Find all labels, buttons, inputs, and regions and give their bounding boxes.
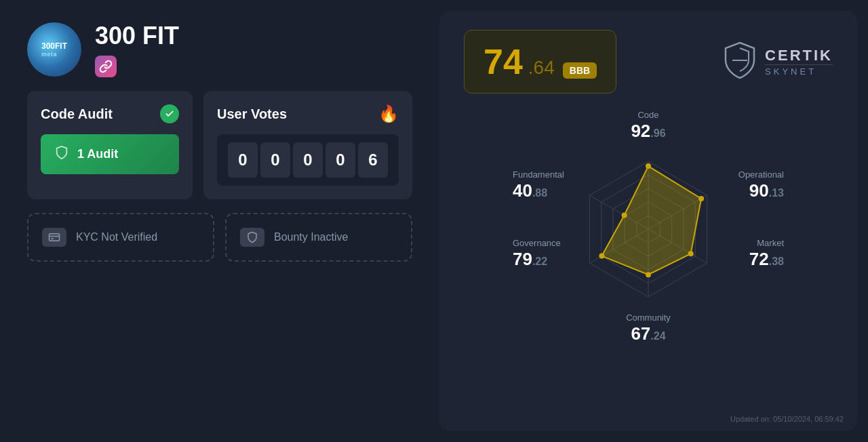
kyc-icon bbox=[42, 228, 66, 247]
certik-logo: CERTIK SKYNET bbox=[723, 41, 833, 82]
vote-digit-3: 0 bbox=[293, 142, 323, 178]
kyc-label: KYC Not Verified bbox=[76, 231, 157, 243]
updated-text: Updated on: 05/10/2024, 06:59:42 bbox=[730, 415, 844, 423]
verified-check-icon bbox=[160, 104, 179, 123]
chain-icon[interactable] bbox=[95, 56, 117, 77]
vote-digit-1: 0 bbox=[228, 142, 258, 178]
bounty-card[interactable]: Bounty Inactive bbox=[225, 213, 412, 262]
kyc-card[interactable]: KYC Not Verified bbox=[27, 213, 214, 262]
logo-text-bot: meta bbox=[41, 51, 67, 58]
score-header: 74 .64 BBB CERTIK SKYNET bbox=[464, 30, 833, 94]
cards-row: Code Audit 1 Audit User Votes 🔥 0 0 bbox=[27, 91, 412, 199]
score-decimal: .64 bbox=[528, 57, 555, 79]
svg-point-18 bbox=[688, 251, 694, 256]
svg-point-16 bbox=[646, 163, 651, 169]
radar-label-community: Community 67.24 bbox=[626, 311, 671, 344]
project-header: 300FIT meta 300 FIT bbox=[27, 22, 412, 77]
score-box: 74 .64 BBB bbox=[464, 30, 616, 94]
logo-text-top: 300FIT bbox=[41, 41, 67, 51]
radar-label-market: Market 72.38 bbox=[749, 237, 784, 270]
radar-label-governance: Governance 79.22 bbox=[513, 237, 561, 270]
svg-point-20 bbox=[599, 254, 604, 259]
audit-badge[interactable]: 1 Audit bbox=[41, 134, 179, 174]
certik-shield-icon bbox=[723, 41, 757, 82]
radar-label-code: Code 92.96 bbox=[631, 108, 665, 142]
audit-count-label: 1 Audit bbox=[77, 147, 118, 161]
code-audit-header: Code Audit bbox=[41, 104, 179, 123]
certik-text: CERTIK SKYNET bbox=[765, 47, 833, 77]
project-title: 300 FIT bbox=[95, 22, 179, 50]
header-info: 300 FIT bbox=[95, 22, 179, 77]
bounty-icon bbox=[240, 228, 264, 247]
svg-point-17 bbox=[698, 196, 704, 201]
vote-digit-2: 0 bbox=[260, 142, 290, 178]
radar-svg bbox=[567, 148, 730, 310]
user-votes-title: User Votes bbox=[217, 106, 287, 122]
svg-point-19 bbox=[646, 272, 651, 277]
radar-label-operational: Operational 90.13 bbox=[738, 168, 784, 201]
audit-shield-icon bbox=[54, 145, 69, 163]
code-audit-title: Code Audit bbox=[41, 106, 113, 122]
fire-icon: 🔥 bbox=[378, 104, 399, 123]
right-panel: 74 .64 BBB CERTIK SKYNET Code 92.96 bbox=[439, 11, 857, 431]
code-audit-card: Code Audit 1 Audit bbox=[27, 91, 193, 199]
svg-rect-0 bbox=[50, 234, 60, 241]
certik-sub: SKYNET bbox=[765, 64, 833, 77]
bounty-label: Bounty Inactive bbox=[274, 231, 348, 243]
vote-counter: 0 0 0 0 6 bbox=[217, 134, 399, 186]
radar-chart-wrapper: Code 92.96 Operational 90.13 Market 72.3… bbox=[506, 107, 791, 351]
certik-name: CERTIK bbox=[765, 47, 833, 64]
svg-point-21 bbox=[622, 213, 627, 218]
score-main: 74 bbox=[484, 41, 523, 82]
score-grade: BBB bbox=[563, 62, 597, 79]
bottom-cards-row: KYC Not Verified Bounty Inactive bbox=[27, 213, 412, 262]
user-votes-card: User Votes 🔥 0 0 0 0 6 bbox=[203, 91, 412, 199]
radar-label-fundamental: Fundamental 40.88 bbox=[513, 168, 564, 201]
user-votes-header: User Votes 🔥 bbox=[217, 104, 399, 123]
project-logo: 300FIT meta bbox=[27, 22, 81, 77]
svg-marker-15 bbox=[601, 166, 701, 275]
vote-digit-5: 6 bbox=[358, 142, 388, 178]
left-panel: 300FIT meta 300 FIT Code Audit bbox=[0, 0, 439, 442]
vote-digit-4: 0 bbox=[326, 142, 355, 178]
